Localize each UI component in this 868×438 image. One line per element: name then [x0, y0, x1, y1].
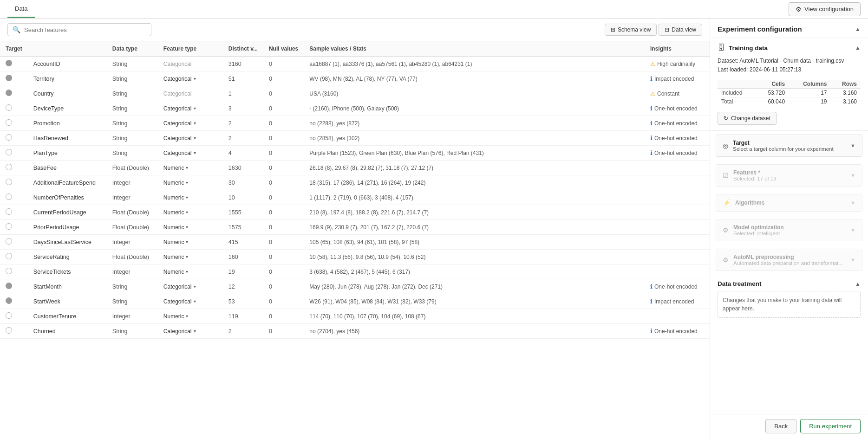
row-feature-type-15[interactable]: Categorical▾ — [158, 279, 223, 294]
data-treatment-section: Data treatment ▲ Changes that you make t… — [710, 275, 868, 323]
data-treatment-title: Data treatment ▲ — [718, 280, 861, 287]
row-feature-type-12[interactable]: Numeric▾ — [158, 235, 223, 250]
row-distinct-18: 2 — [223, 324, 263, 339]
radio-circle-7[interactable] — [6, 164, 12, 170]
row-radio-17[interactable] — [0, 309, 28, 324]
row-distinct-16: 53 — [223, 294, 263, 309]
radio-circle-4[interactable] — [6, 119, 12, 126]
features-config-section[interactable]: ☑ Features * Selected: 17 of 19 ▼ — [716, 164, 862, 187]
row-radio-3[interactable] — [0, 101, 28, 116]
row-radio-7[interactable] — [0, 161, 28, 175]
row-feature-type-9[interactable]: Numeric▾ — [158, 190, 223, 205]
row-feature-type-6[interactable]: Categorical▾ — [158, 146, 223, 161]
row-feature-name-11: PriorPeriodUsage — [28, 220, 107, 235]
row-feature-type-8[interactable]: Numeric▾ — [158, 175, 223, 190]
back-button[interactable]: Back — [765, 419, 796, 433]
schema-view-button[interactable]: ⊞ Schema view — [605, 24, 657, 36]
run-experiment-button[interactable]: Run experiment — [800, 419, 861, 433]
row-data-type-13: Float (Double) — [107, 250, 158, 264]
radio-circle-0[interactable] — [6, 60, 12, 66]
search-box[interactable]: 🔍 — [7, 23, 151, 36]
table-row: AdditionalFeatureSpendIntegerNumeric▾300… — [0, 175, 710, 190]
row-null-13: 0 — [263, 250, 304, 264]
row-radio-1[interactable] — [0, 71, 28, 86]
algorithms-config-section[interactable]: ⚡ Algorithms ▼ — [716, 194, 862, 212]
automl-preprocessing-section[interactable]: ⚙ AutoML preprocessing Automated data pr… — [716, 249, 862, 271]
row-radio-11[interactable] — [0, 220, 28, 235]
training-data-collapse-button[interactable]: ▲ — [855, 45, 861, 51]
radio-circle-2[interactable] — [6, 90, 12, 96]
col-header-datatype: Data type — [107, 41, 158, 57]
row-radio-16[interactable] — [0, 294, 28, 309]
row-radio-15[interactable] — [0, 279, 28, 294]
row-radio-13[interactable] — [0, 250, 28, 264]
tab-data[interactable]: Data — [7, 0, 35, 18]
row-radio-10[interactable] — [0, 205, 28, 220]
row-radio-0[interactable] — [0, 57, 28, 71]
training-data-header: 🗄 Training data ▲ — [718, 44, 861, 52]
row-feature-type-16[interactable]: Categorical▾ — [158, 294, 223, 309]
row-radio-6[interactable] — [0, 146, 28, 161]
change-dataset-button[interactable]: ↻ Change dataset — [718, 112, 777, 125]
training-data-title-row: 🗄 Training data — [718, 44, 768, 52]
radio-circle-9[interactable] — [6, 193, 12, 200]
row-feature-type-13[interactable]: Numeric▾ — [158, 250, 223, 264]
row-feature-type-2[interactable]: Categorical — [158, 86, 223, 101]
radio-circle-13[interactable] — [6, 253, 12, 259]
row-radio-2[interactable] — [0, 86, 28, 101]
search-input[interactable] — [24, 26, 146, 33]
row-insights-3: ℹOne-hot encoded — [645, 101, 710, 116]
table-row: ChurnedStringCategorical▾20no (2704), ye… — [0, 324, 710, 339]
row-sample-5: no (2858), yes (302) — [304, 131, 645, 146]
row-feature-type-18[interactable]: Categorical▾ — [158, 324, 223, 339]
radio-circle-1[interactable] — [6, 75, 12, 81]
radio-circle-18[interactable] — [6, 327, 12, 334]
data-view-button[interactable]: ⊟ Data view — [659, 24, 702, 36]
radio-circle-11[interactable] — [6, 223, 12, 230]
radio-circle-14[interactable] — [6, 268, 12, 274]
algorithms-chevron-icon: ▼ — [850, 200, 855, 206]
row-feature-type-0[interactable]: Categorical — [158, 57, 223, 71]
row-feature-type-7[interactable]: Numeric▾ — [158, 161, 223, 175]
row-insights-18: ℹOne-hot encoded — [645, 324, 710, 339]
model-optimization-section[interactable]: ⚙ Model optimization Selected: Intellige… — [716, 219, 862, 241]
radio-circle-3[interactable] — [6, 104, 12, 111]
row-distinct-17: 119 — [223, 309, 263, 324]
col-header-distinct: Distinct v... — [223, 41, 263, 57]
radio-circle-8[interactable] — [6, 179, 12, 185]
radio-circle-12[interactable] — [6, 238, 12, 245]
row-distinct-10: 1555 — [223, 205, 263, 220]
row-feature-type-14[interactable]: Numeric▾ — [158, 264, 223, 279]
radio-circle-5[interactable] — [6, 134, 12, 141]
radio-circle-16[interactable] — [6, 297, 12, 304]
row-feature-type-11[interactable]: Numeric▾ — [158, 220, 223, 235]
row-feature-type-5[interactable]: Categorical▾ — [158, 131, 223, 146]
row-radio-8[interactable] — [0, 175, 28, 190]
row-feature-type-1[interactable]: Categorical▾ — [158, 71, 223, 86]
data-treatment-chevron[interactable]: ▲ — [855, 281, 861, 287]
row-feature-type-3[interactable]: Categorical▾ — [158, 101, 223, 116]
data-toolbar: 🔍 ⊞ Schema view ⊟ Data view — [0, 19, 710, 41]
col-header-feature — [28, 41, 107, 57]
row-radio-5[interactable] — [0, 131, 28, 146]
radio-circle-15[interactable] — [6, 283, 12, 289]
row-radio-18[interactable] — [0, 324, 28, 339]
row-radio-9[interactable] — [0, 190, 28, 205]
features-table: Target Data type Feature type Distinct v… — [0, 41, 710, 339]
row-null-7: 0 — [263, 161, 304, 175]
row-radio-14[interactable] — [0, 264, 28, 279]
row-radio-4[interactable] — [0, 116, 28, 131]
radio-circle-10[interactable] — [6, 208, 12, 215]
row-feature-type-10[interactable]: Numeric▾ — [158, 205, 223, 220]
radio-circle-17[interactable] — [6, 312, 12, 319]
row-radio-12[interactable] — [0, 235, 28, 250]
experiment-collapse-button[interactable]: ▲ — [855, 26, 861, 32]
radio-circle-6[interactable] — [6, 149, 12, 155]
target-config-section[interactable]: ◎ Target Select a target column for your… — [716, 135, 862, 157]
row-distinct-13: 160 — [223, 250, 263, 264]
col-header-sample: Sample values / Stats — [304, 41, 645, 57]
row-insights-9 — [645, 190, 710, 205]
row-feature-type-17[interactable]: Numeric▾ — [158, 309, 223, 324]
view-configuration-button[interactable]: ⚙ View configuration — [789, 2, 861, 16]
row-feature-type-4[interactable]: Categorical▾ — [158, 116, 223, 131]
